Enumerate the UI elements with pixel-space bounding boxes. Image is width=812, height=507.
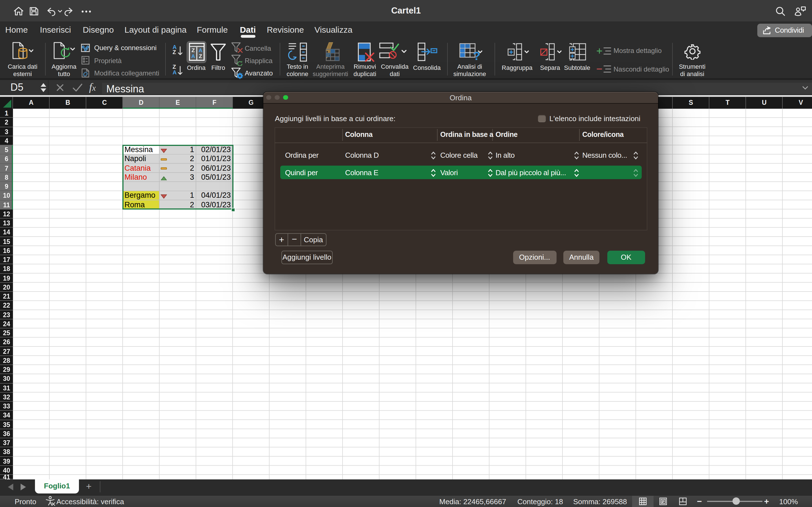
svg-text:Z: Z xyxy=(191,47,195,53)
svg-text:A: A xyxy=(198,47,202,53)
svg-text:A: A xyxy=(191,53,195,59)
svg-text:Z: Z xyxy=(199,53,202,59)
